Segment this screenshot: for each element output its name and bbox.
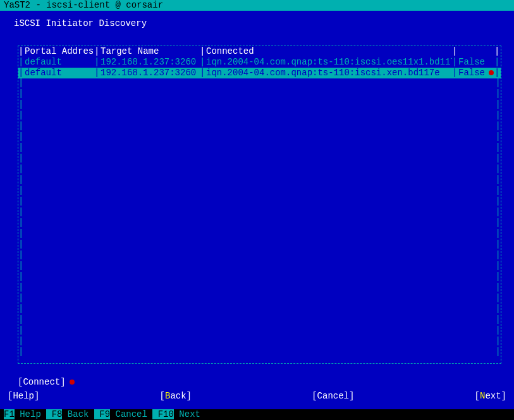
header-target: Target Name — [101, 46, 200, 57]
f1-key[interactable]: F1 — [4, 409, 15, 419]
table-row[interactable]: | default | 192.168.1.237:3260 | iqn.200… — [18, 57, 501, 68]
back-button[interactable]: [Back] — [160, 391, 192, 402]
f10-key[interactable]: F10 — [152, 409, 174, 419]
box-border-fill: ||||||||||||||||||||||||||||||||||||||||… — [18, 78, 501, 362]
discovery-table-box: | Portal Address | Target Name | Connect… — [18, 46, 501, 364]
cell-portal: default — [25, 57, 94, 68]
cell-connected: False — [458, 57, 494, 68]
marker-dot-icon — [70, 380, 75, 385]
header-connected: Connected — [206, 46, 452, 57]
discovery-table[interactable]: | Portal Address | Target Name | Connect… — [18, 46, 501, 78]
main-area: iSCSI Initiator Discovery | Portal Addre… — [0, 11, 514, 409]
next-button[interactable]: [Next] — [475, 391, 506, 402]
table-header: | Portal Address | Target Name | Connect… — [18, 46, 501, 57]
cell-name: iqn.2004-04.com.qnap:ts-110:iscsi.oes11x… — [206, 57, 452, 68]
table-row-selected[interactable]: | default | 192.168.1.237:3260 | iqn.200… — [18, 68, 501, 78]
marker-dot-icon — [489, 70, 494, 75]
help-button[interactable]: [Help] — [8, 391, 39, 402]
cell-target: 192.168.1.237:3260 — [101, 68, 200, 78]
wizard-buttons: [Help] [Back] [Cancel] [Next] — [8, 391, 506, 402]
header-portal: Portal Address — [25, 46, 94, 57]
f8-key[interactable]: F8 — [46, 409, 62, 419]
cell-name: iqn.2004-04.com.qnap:ts-110:iscsi.xen.bd… — [206, 68, 452, 78]
dialog-title: iSCSI Initiator Discovery — [0, 11, 514, 33]
connect-button[interactable]: [Connect] — [18, 377, 75, 388]
window-title: YaST2 - iscsi-client @ corsair — [0, 0, 514, 11]
f9-key[interactable]: F9 — [94, 409, 110, 419]
cancel-button[interactable]: [Cancel] — [312, 391, 354, 402]
cell-target: 192.168.1.237:3260 — [101, 57, 200, 68]
fkey-bar: F1 Help F8 Back F9 Cancel F10 Next — [0, 409, 514, 420]
cell-portal: default — [25, 68, 94, 78]
cell-connected: False — [458, 68, 494, 78]
